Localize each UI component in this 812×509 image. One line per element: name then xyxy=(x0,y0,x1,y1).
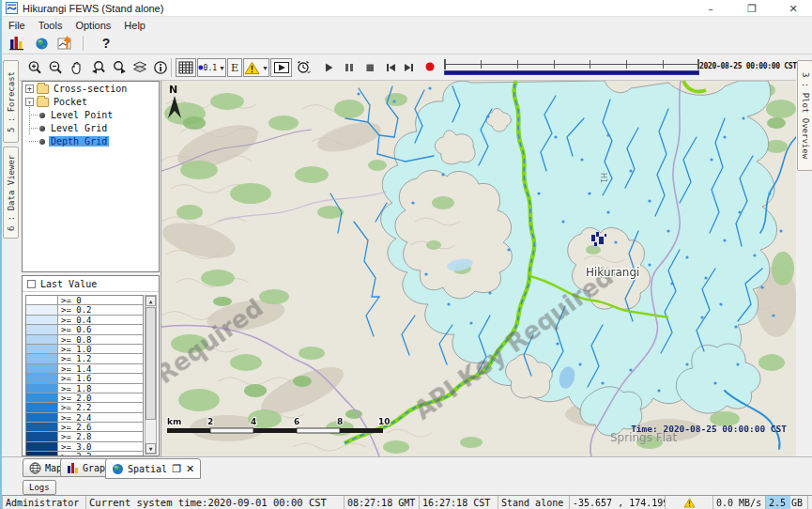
legend-entry[interactable]: >= 1.2 xyxy=(26,354,143,363)
time-span-bar xyxy=(444,70,699,75)
last-value-checkbox[interactable] xyxy=(27,280,36,288)
legend-entry[interactable]: >= 0.2 xyxy=(26,305,143,315)
warning-icon xyxy=(683,498,696,508)
transfer-rate-segment: 0.0 MB/s xyxy=(712,496,766,509)
tab-spatial[interactable]: Spatial ❐ ✕ xyxy=(105,458,201,479)
town-label: Hikurangi xyxy=(586,266,639,279)
close-button[interactable]: ✕ xyxy=(773,0,812,17)
legend-entry[interactable]: >= 1.4 xyxy=(26,364,143,374)
legend-scrollbar[interactable]: ▲ ▼ xyxy=(145,295,157,455)
step-back-icon[interactable] xyxy=(383,60,398,75)
system-time-segment: Current system time:2020-09-01 00:00 CST xyxy=(85,496,345,509)
svg-text:10: 10 xyxy=(378,417,391,426)
legend-entry[interactable]: >= 1.0 xyxy=(26,345,143,354)
stop-button-icon[interactable] xyxy=(362,60,377,75)
tree-item-pocket[interactable]: - Pocket xyxy=(23,96,159,108)
svg-text:2: 2 xyxy=(207,417,213,426)
legend-color-swatch xyxy=(26,413,58,422)
minimize-button[interactable]: – xyxy=(690,0,731,17)
menu-options[interactable]: Options xyxy=(69,17,117,33)
map-time-overlay: Time: 2020-08-25 00:00:00 CST xyxy=(631,424,787,434)
tree-item-level-point[interactable]: Level Point xyxy=(23,109,159,121)
contour-threshold-dropdown[interactable]: 0.1 ▼ xyxy=(197,58,226,77)
svg-text:km: km xyxy=(167,417,181,426)
spatial-display-button[interactable] xyxy=(32,35,51,52)
expand-icon[interactable]: + xyxy=(25,85,34,93)
legend-entry[interactable]: >= 2.2 xyxy=(26,403,143,412)
tab-close-icon[interactable]: ✕ xyxy=(186,463,194,475)
tree-item-cross-section[interactable]: + Cross-section xyxy=(23,83,159,95)
database-display-button[interactable] xyxy=(8,35,26,52)
zoom-next-icon[interactable] xyxy=(112,60,127,75)
zoom-in-icon[interactable] xyxy=(27,60,42,75)
menu-tools[interactable]: Tools xyxy=(32,17,69,33)
legend-toggle-button[interactable]: E xyxy=(227,58,242,77)
tree-item-level-grid[interactable]: Level Grid xyxy=(23,122,159,134)
legend-entry[interactable]: >= 1.8 xyxy=(26,384,143,393)
record-icon[interactable] xyxy=(424,61,436,72)
legend-entry[interactable]: >= 3.0 xyxy=(26,442,143,452)
legend-entry[interactable]: >= 2.4 xyxy=(26,413,143,423)
coordinates-segment: -35.657 , 174.199 xyxy=(569,496,666,509)
pause-button-icon[interactable] xyxy=(342,60,357,75)
legend-entry[interactable]: >= 0.6 xyxy=(26,325,143,334)
node-bullet-icon xyxy=(39,126,45,131)
left-tab-strip: 5 : Forecast 6 : Data Viewer xyxy=(2,54,20,456)
timeseries-display-button[interactable] xyxy=(56,35,75,52)
scroll-down-icon[interactable]: ▼ xyxy=(146,443,156,454)
legend-entry-label: >= 2.0 xyxy=(58,393,92,402)
legend-entry-label: >= 0 xyxy=(58,296,82,304)
tab-plot-overview[interactable]: 3 : Plot Overview xyxy=(797,60,812,171)
svg-text:8: 8 xyxy=(337,417,343,426)
legend-entry-label: >= 0.6 xyxy=(58,325,92,333)
layers-icon[interactable] xyxy=(132,60,147,75)
current-time-label: 2020-08-25 00:00:00 CST xyxy=(699,62,795,70)
legend-entry[interactable]: >= 2.6 xyxy=(26,423,143,432)
legend-entry[interactable]: >= 1.6 xyxy=(26,374,143,383)
legend-color-swatch xyxy=(26,316,58,324)
toolbar-separator xyxy=(83,36,84,51)
maximize-button[interactable]: ❐ xyxy=(731,0,773,17)
app-window: Hikurangi FEWS (Stand alone) – ❐ ✕ File … xyxy=(0,0,812,509)
play-button-icon[interactable] xyxy=(321,60,336,75)
legend-color-swatch xyxy=(26,384,58,393)
legend-entry[interactable]: >= 2.0 xyxy=(26,393,143,403)
map-viewport[interactable]: API Key Required API Key Required Hikura… xyxy=(161,81,796,456)
step-forward-icon[interactable] xyxy=(402,60,417,75)
pan-hand-icon[interactable] xyxy=(69,60,84,75)
legend-panel: Last Value >= 0>= 0.2>= 0.4>= 0.6>= 0.8>… xyxy=(22,275,160,456)
legend-entry[interactable]: >= 0.8 xyxy=(26,335,143,345)
tab-forecast[interactable]: 5 : Forecast xyxy=(3,60,19,143)
zoom-out-icon[interactable] xyxy=(48,60,63,75)
legend-entry[interactable]: >= 0 xyxy=(26,296,143,305)
folder-icon xyxy=(37,98,49,107)
legend-entry-label: >= 0.4 xyxy=(58,316,92,324)
legend-entry[interactable]: >= 0.4 xyxy=(26,316,143,325)
info-icon[interactable] xyxy=(153,60,168,75)
animation-button[interactable] xyxy=(270,58,292,77)
folder-icon xyxy=(37,85,49,94)
zoom-previous-icon[interactable] xyxy=(91,60,106,75)
legend-color-swatch xyxy=(26,325,58,333)
filter-panel: + Cross-section - Pocket Level Point Lev… xyxy=(20,81,161,456)
help-button[interactable]: ? xyxy=(97,35,115,52)
status-warning-segment[interactable] xyxy=(665,496,713,509)
menu-help[interactable]: Help xyxy=(117,17,152,33)
title-bar: Hikurangi FEWS (Stand alone) – ❐ ✕ xyxy=(2,0,812,17)
menu-file[interactable]: File xyxy=(2,17,32,33)
tree-item-depth-grid[interactable]: Depth Grid xyxy=(23,135,159,147)
globe-icon xyxy=(112,463,124,475)
scroll-thumb[interactable] xyxy=(146,307,156,420)
scroll-up-icon[interactable]: ▲ xyxy=(146,296,156,306)
legend-color-swatch xyxy=(26,432,58,440)
animation-settings-clock-icon[interactable] xyxy=(296,60,311,75)
tab-maximize-icon[interactable]: ❐ xyxy=(172,463,181,475)
warnings-dropdown[interactable]: ▼ xyxy=(243,58,269,77)
logs-button[interactable]: Logs xyxy=(23,480,56,495)
map-toolbar: 0.1 ▼ E ▼ xyxy=(20,54,796,81)
legend-entry-label: >= 1.6 xyxy=(58,374,92,382)
grid-display-button[interactable] xyxy=(176,58,196,77)
tab-data-viewer[interactable]: 6 : Data Viewer xyxy=(3,147,19,239)
legend-entry[interactable]: >= 2.8 xyxy=(26,432,143,441)
time-slider[interactable] xyxy=(444,59,699,76)
